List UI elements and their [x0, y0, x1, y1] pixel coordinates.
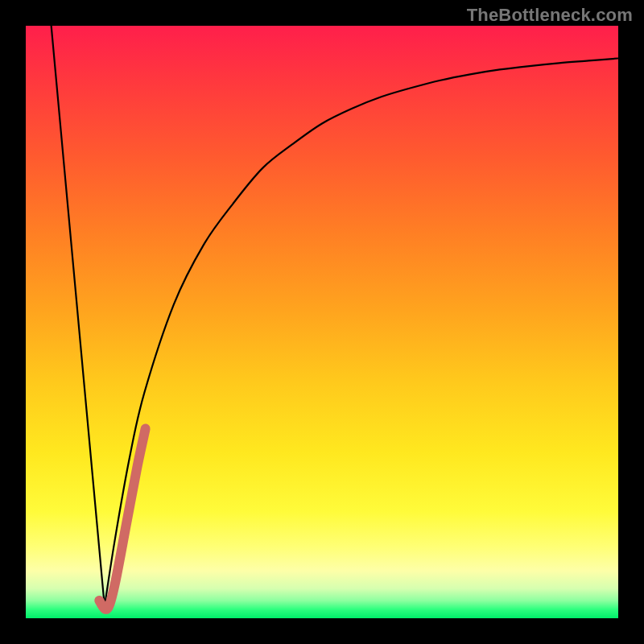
curves-layer: [26, 26, 618, 618]
chart-frame: TheBottleneck.com: [0, 0, 644, 644]
series-rising-curve: [105, 58, 618, 606]
watermark-text: TheBottleneck.com: [467, 5, 633, 26]
plot-area: [26, 26, 618, 618]
series-highlight-j: [99, 428, 145, 609]
series-left-falling-line: [52, 26, 105, 606]
